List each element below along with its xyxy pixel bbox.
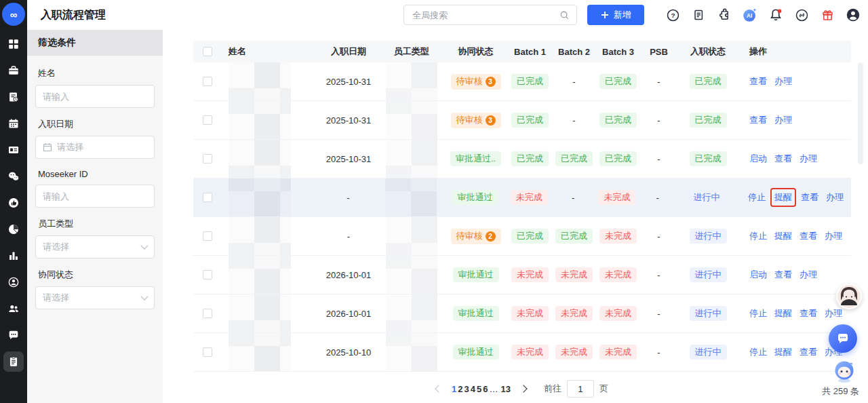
action-link[interactable]: 办理 [800,269,817,281]
action-link[interactable]: 提醒 [774,346,792,358]
batch1-cell: 已完成 [508,62,552,100]
status-badge: 已完成 [511,229,549,244]
action-link[interactable]: 停止 [749,307,767,320]
action-link[interactable]: 查看 [774,269,792,281]
goto-page-input[interactable] [567,380,594,398]
notifications-icon[interactable] [768,7,784,23]
collab-status-select[interactable]: 请选择 [35,286,155,309]
action-link[interactable]: 提醒 [774,230,792,242]
add-new-button[interactable]: 新增 [587,5,644,25]
name-filter-input[interactable] [43,92,147,102]
action-link[interactable]: 查看 [800,307,817,320]
batch1-cell: 已完成 [508,101,552,139]
page-button[interactable]: 13 [500,384,510,394]
row-checkbox[interactable] [203,154,212,164]
row-checkbox[interactable] [203,115,212,125]
row-checkbox[interactable] [203,270,212,280]
action-link[interactable]: 办理 [774,114,792,126]
action-link[interactable]: 停止 [748,191,766,204]
links-icon[interactable] [793,7,810,23]
action-link[interactable]: 办理 [826,191,844,204]
action-link[interactable]: 查看 [800,230,817,242]
col-header-batch3: Batch 3 [596,41,640,62]
prev-page-icon[interactable] [435,385,442,392]
redacted-employee-type [386,256,437,294]
batch1-cell: 未完成 [507,178,551,216]
batch3-cell: 未完成 [596,333,640,371]
action-link[interactable]: 查看 [801,191,818,204]
sidebar-item-wechat[interactable] [3,166,24,187]
sidebar-item-calendar[interactable] [3,113,24,134]
action-link[interactable]: 停止 [749,346,767,358]
page-button[interactable]: 1 [452,384,456,394]
sidebar-item-messages[interactable] [3,325,24,345]
rewards-gift-icon[interactable] [819,7,835,23]
action-link[interactable]: 办理 [825,230,842,242]
help-icon[interactable]: ? [665,7,681,23]
redacted-employee-type [386,217,437,255]
row-checkbox[interactable] [203,193,212,202]
action-link[interactable]: 办理 [774,75,792,88]
action-link[interactable]: 启动 [749,153,767,165]
action-link[interactable]: 启动 [749,269,767,281]
sidebar-item-positions[interactable] [3,60,24,81]
action-link[interactable]: 查看 [749,75,767,88]
batch3-cell: 已完成 [596,140,640,178]
documents-icon[interactable] [690,7,707,23]
redacted-employee-type [386,140,437,178]
sidebar-item-resumes[interactable] [3,87,24,107]
page-button[interactable]: 2 [458,384,462,394]
clipboard-icon [7,356,20,368]
global-search-input[interactable] [404,10,559,20]
sidebar-item-employee-card[interactable] [3,140,24,160]
action-link[interactable]: 提醒 [774,307,792,320]
sidebar-item-contacts[interactable] [3,299,24,319]
sidebar-item-profile[interactable] [3,272,24,292]
sidebar-item-dashboard[interactable] [3,34,24,54]
col-header-employee-type: 员工类型 [379,41,443,62]
collab-status-placeholder: 请选择 [43,292,142,304]
sidebar-item-analytics[interactable] [3,246,24,266]
page-button[interactable]: 5 [477,384,481,394]
row-checkbox[interactable] [203,309,212,318]
row-checkbox[interactable] [203,77,212,86]
onboard-date-filter[interactable]: 请选择 [35,136,155,159]
status-badge: 进行中 [690,306,727,321]
action-link[interactable]: 办理 [800,153,817,165]
page-button[interactable]: 3 [465,384,469,394]
status-badge: 进行中 [690,229,727,244]
scrollbar-thumb[interactable] [858,62,863,164]
select-all-checkbox[interactable] [203,47,212,56]
plugins-icon[interactable] [716,7,732,23]
ai-assistant-icon[interactable]: AI [742,7,758,23]
collab-status-cell: 审批通过.. [443,140,508,178]
psb-cell: - [640,333,677,371]
collab-status-cell: 待审核3 [443,101,508,139]
next-page-icon[interactable] [519,385,527,392]
robot-mascot[interactable] [832,360,856,384]
action-link[interactable]: 查看 [774,153,792,165]
add-new-label: 新增 [614,9,631,21]
moseeker-logo[interactable]: ∞ [2,3,25,26]
sidebar-item-onboarding[interactable] [3,351,24,372]
account-icon[interactable] [845,7,861,23]
employee-type-select[interactable]: 请选择 [35,235,155,258]
moseeker-id-input[interactable] [43,191,147,202]
action-link[interactable]: 查看 [800,346,817,358]
col-header-batch2: Batch 2 [552,41,596,62]
status-badge: 待审核2 [451,229,501,244]
action-link[interactable]: 停止 [749,230,767,242]
page-button[interactable]: 4 [471,384,475,394]
action-link[interactable]: 查看 [749,114,767,126]
action-link[interactable]: 提醒 [770,188,796,207]
sidebar-item-approvals[interactable] [3,193,24,213]
chat-fab[interactable] [829,324,857,353]
sidebar-item-reports[interactable] [3,219,24,239]
row-checkbox[interactable] [203,231,212,241]
row-checkbox[interactable] [203,347,212,357]
col-header-batch1: Batch 1 [508,41,552,62]
page-button[interactable]: 6 [483,384,488,394]
search-icon[interactable] [559,10,570,20]
briefcase-icon [7,64,20,77]
assistant-avatar[interactable] [836,284,862,309]
